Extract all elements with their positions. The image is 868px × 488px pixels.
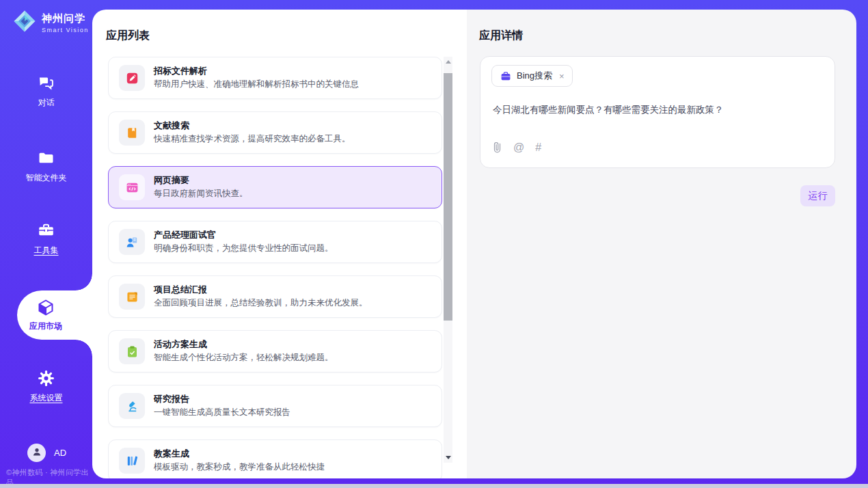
app-card-desc: 快速精准查找学术资源，提高研究效率的必备工具。: [154, 133, 351, 145]
scrollbar-thumb[interactable]: [444, 73, 452, 321]
sidebar-item-toolset[interactable]: 工具集: [0, 221, 92, 256]
user-name: AD: [54, 448, 66, 458]
app-window: { "sidebar": { "logo": {"title": "神州问学",…: [0, 0, 868, 488]
briefcase-icon: [500, 71, 511, 81]
at-icon[interactable]: @: [513, 141, 524, 154]
app-card-desc: 智能生成个性化活动方案，轻松解决规划难题。: [154, 352, 334, 364]
app-card-title: 网页摘要: [154, 174, 189, 187]
toolbox-icon: [37, 221, 55, 240]
app-card-title: 活动方案生成: [154, 338, 207, 351]
bottom-strip: [0, 484, 868, 488]
chat-icon: [37, 74, 55, 92]
app-card-bid-doc-parse[interactable]: 招标文件解析 帮助用户快速、准确地理解和解析招标书中的关键信息: [108, 57, 442, 99]
user-account[interactable]: AD: [27, 444, 66, 462]
books-icon: [125, 454, 139, 468]
scrollbar-down-arrow-icon[interactable]: [446, 456, 451, 459]
app-card-title: 产品经理面试官: [154, 229, 216, 241]
app-detail-panel: 应用详情 Bing搜索 × 今日湖北有哪些新闻要点？有哪些需要关注的最新政策？ …: [467, 10, 856, 478]
prompt-toolbar: @ #: [492, 141, 541, 154]
app-card-title: 项目总结汇报: [154, 284, 207, 296]
sidebar-item-app-market[interactable]: 应用市场: [17, 290, 92, 340]
folder-icon: [37, 149, 55, 167]
scrollbar-up-arrow-icon[interactable]: [446, 60, 451, 64]
person-icon: [31, 446, 42, 460]
app-card-literature-search[interactable]: 文献搜索 快速精准查找学术资源，提高研究效率的必备工具。: [108, 111, 442, 154]
doc-edit-icon: [125, 71, 139, 85]
hash-icon[interactable]: #: [535, 141, 541, 154]
app-card-title: 教案生成: [154, 448, 189, 460]
close-icon[interactable]: ×: [558, 71, 565, 81]
list-scrollbar[interactable]: [444, 57, 452, 463]
clipboard-check-icon: [125, 344, 139, 359]
avatar[interactable]: [27, 444, 46, 462]
app-card-event-plan[interactable]: 活动方案生成 智能生成个性化活动方案，轻松解决规划难题。: [108, 330, 442, 372]
app-card-pm-interviewer[interactable]: 产品经理面试官 明确身份和职责，为您提供专业性的面试问题。: [108, 221, 442, 263]
app-card-title: 文献搜索: [154, 120, 189, 132]
sidebar-nav: 对话 智能文件夹 工具集 应用市场 系统设置: [0, 0, 92, 488]
bing-search-tag[interactable]: Bing搜索 ×: [491, 65, 573, 87]
app-list-panel: 应用列表 招标文件解析 帮助用户快速、准确地理解和解析招标书中的关键信息 文献搜…: [92, 10, 467, 478]
interviewer-icon: [125, 235, 139, 249]
app-card-desc: 一键智能生成高质量长文本研究报告: [154, 407, 290, 418]
book-icon: [125, 126, 139, 140]
app-card-title: 研究报告: [154, 393, 189, 405]
run-button[interactable]: 运行: [800, 185, 835, 206]
cube-icon: [36, 298, 55, 317]
note-icon: [125, 290, 139, 304]
app-card-desc: 明确身份和职责，为您提供专业性的面试问题。: [154, 243, 334, 254]
web-code-icon: [125, 180, 139, 195]
sidebar-item-chat[interactable]: 对话: [0, 74, 92, 109]
app-card-desc: 每日政府新闻资讯快查。: [154, 188, 248, 200]
sidebar-item-system-settings[interactable]: 系统设置: [0, 369, 92, 404]
app-list-title: 应用列表: [106, 29, 150, 43]
paperclip-icon[interactable]: [492, 141, 502, 154]
prompt-card: Bing搜索 × 今日湖北有哪些新闻要点？有哪些需要关注的最新政策？ @ #: [480, 56, 835, 168]
app-card-desc: 模板驱动，教案秒成，教学准备从此轻松快捷: [154, 461, 325, 473]
microscope-icon: [125, 399, 139, 414]
app-card-lesson-plan[interactable]: 教案生成 模板驱动，教案秒成，教学准备从此轻松快捷: [108, 439, 442, 478]
gear-icon: [37, 369, 55, 388]
app-card-title: 招标文件解析: [154, 65, 207, 77]
app-card-project-summary[interactable]: 项目总结汇报 全面回顾项目进展，总结经验教训，助力未来优化发展。: [108, 275, 442, 318]
app-card-research-report[interactable]: 研究报告 一键智能生成高质量长文本研究报告: [108, 385, 442, 427]
tag-label: Bing搜索: [517, 70, 552, 82]
app-card-desc: 帮助用户快速、准确地理解和解析招标书中的关键信息: [154, 79, 359, 90]
main-content: 应用列表 招标文件解析 帮助用户快速、准确地理解和解析招标书中的关键信息 文献搜…: [92, 10, 856, 478]
app-card-list: 招标文件解析 帮助用户快速、准确地理解和解析招标书中的关键信息 文献搜索 快速精…: [108, 57, 442, 478]
app-card-web-summary[interactable]: 网页摘要 每日政府新闻资讯快查。: [108, 166, 442, 208]
sidebar-item-smart-folders[interactable]: 智能文件夹: [0, 149, 92, 184]
app-card-desc: 全面回顾项目进展，总结经验教训，助力未来优化发展。: [154, 297, 368, 309]
sidebar: 神州问学 Smart Vision 对话 智能文件夹 工具集 应用市场 系统设置…: [0, 0, 92, 488]
prompt-input[interactable]: 今日湖北有哪些新闻要点？有哪些需要关注的最新政策？: [493, 103, 821, 117]
app-detail-title: 应用详情: [479, 29, 523, 43]
